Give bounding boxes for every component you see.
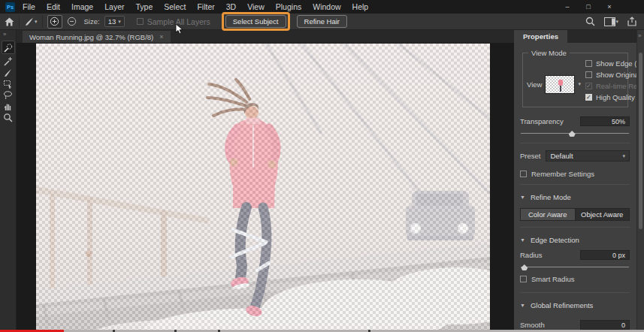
tool-quick-selection[interactable] <box>2 41 15 54</box>
panel-scroll-strip: » <box>636 30 644 332</box>
menu-type[interactable]: Type <box>135 2 153 11</box>
smart-radius-checkbox[interactable]: Smart Radius <box>520 275 630 283</box>
tool-refine-edge-brush[interactable] <box>2 56 15 67</box>
show-edge-label: Show Edge (J) <box>596 59 636 68</box>
menu-filter[interactable]: Filter <box>197 2 214 11</box>
chevron-down-icon: ▼ <box>520 195 525 200</box>
menu-bar: File Edit Image Layer Type Select Filter… <box>23 2 368 11</box>
view-label: View <box>527 80 542 89</box>
menu-3d[interactable]: 3D <box>226 2 236 11</box>
chevron-down-icon[interactable]: ▾ <box>578 81 581 87</box>
high-quality-preview-label: High Quality Preview <box>596 93 636 101</box>
separator <box>42 16 43 28</box>
photoshop-app-icon[interactable]: Ps <box>5 2 15 12</box>
transparency-slider[interactable] <box>521 130 629 137</box>
properties-panel: Properties View Mode View ▾ Show Edge (J… <box>514 30 636 332</box>
object-aware-button[interactable]: Object Aware <box>575 209 630 220</box>
collapse-panels-icon[interactable]: » <box>637 31 641 39</box>
edge-detection-label: Edge Detection <box>531 236 579 244</box>
high-quality-preview-checkbox[interactable]: ✓ High Quality Preview <box>585 93 636 101</box>
document-tab[interactable]: Woman Running.jpg @ 32.7% (RGB/8) × <box>23 31 171 43</box>
brush-size-value: 13 <box>108 17 116 26</box>
divider <box>520 292 630 293</box>
preset-dropdown[interactable]: Default ▾ <box>546 150 630 161</box>
separator <box>19 16 20 28</box>
view-mode-group: View Mode View ▾ Show Edge (J) Sh <box>522 53 628 107</box>
realtime-refinement-checkbox: ✓ Real-time Refinement <box>585 82 636 90</box>
select-subject-button[interactable]: Select Subject <box>225 15 286 28</box>
remember-settings-checkbox[interactable]: Remember Settings <box>520 170 630 178</box>
workspace-switcher-icon[interactable]: ▾ <box>604 17 618 26</box>
tool-hand[interactable] <box>2 101 15 112</box>
transparency-value[interactable]: 50% <box>580 116 630 126</box>
car <box>406 191 475 240</box>
select-and-mask-toolbar: » <box>0 30 17 332</box>
slider-thumb[interactable] <box>521 264 528 270</box>
close-button[interactable]: × <box>605 3 614 11</box>
menu-plugins[interactable]: Plugins <box>276 2 301 11</box>
tool-brush[interactable] <box>2 67 15 78</box>
minimize-button[interactable]: – <box>563 3 572 11</box>
global-refinements-section-header[interactable]: ▼ Global Refinements <box>520 301 630 309</box>
radius-slider[interactable] <box>521 264 629 270</box>
document-tab-title: Woman Running.jpg @ 32.7% (RGB/8) <box>29 33 153 41</box>
preset-label: Preset <box>520 152 540 160</box>
slider-thumb[interactable] <box>569 131 576 137</box>
brush-preset-icon[interactable]: ▾ <box>24 17 38 26</box>
image-preview <box>36 44 490 332</box>
close-tab-icon[interactable]: × <box>159 33 163 41</box>
menu-select[interactable]: Select <box>164 2 186 11</box>
chevron-down-icon: ▼ <box>520 303 525 308</box>
menu-edit[interactable]: Edit <box>47 2 60 11</box>
left-leg <box>240 207 246 279</box>
tab-properties[interactable]: Properties <box>514 30 567 43</box>
menu-view[interactable]: View <box>247 2 265 11</box>
pasteboard <box>17 43 514 332</box>
share-icon[interactable] <box>627 17 636 26</box>
smooth-label: Smooth <box>520 321 545 329</box>
collapse-toolbar-icon[interactable]: » <box>0 30 6 41</box>
home-icon[interactable] <box>5 17 14 26</box>
color-aware-button[interactable]: Color Aware <box>521 209 575 220</box>
menu-window[interactable]: Window <box>313 2 340 11</box>
document-canvas[interactable] <box>36 44 490 332</box>
menu-help[interactable]: Help <box>352 2 369 11</box>
view-mode-title: View Mode <box>528 49 570 57</box>
menu-image[interactable]: Image <box>71 2 93 11</box>
object-selection-icon <box>3 79 13 89</box>
sample-all-layers-checkbox[interactable]: Sample All Layers <box>137 17 210 26</box>
brush-size-dropdown[interactable]: 13 ▾ <box>104 16 125 27</box>
divider <box>520 184 630 185</box>
document-tab-bar: Woman Running.jpg @ 32.7% (RGB/8) × <box>17 30 514 43</box>
preset-row: Preset Default ▾ <box>520 150 630 161</box>
tool-lasso[interactable] <box>2 89 15 101</box>
refine-hair-button[interactable]: Refine Hair <box>297 15 348 28</box>
panel-scrollbar[interactable] <box>639 53 642 229</box>
menu-file[interactable]: File <box>23 2 35 11</box>
show-edge-checkbox[interactable]: Show Edge (J) <box>585 59 636 68</box>
subtract-from-selection-button[interactable] <box>67 17 77 26</box>
view-mode-thumbnail[interactable] <box>545 75 575 94</box>
refine-edge-brush-icon <box>3 56 13 66</box>
canvas-column: Woman Running.jpg @ 32.7% (RGB/8) × <box>17 30 514 332</box>
transparency-label: Transparency <box>520 117 564 125</box>
tool-zoom[interactable] <box>2 112 15 123</box>
refine-mode-section-header[interactable]: ▼ Refine Mode <box>520 193 630 201</box>
edge-detection-section-header[interactable]: ▼ Edge Detection <box>520 236 630 244</box>
add-to-selection-button[interactable] <box>47 15 62 29</box>
search-icon[interactable] <box>585 17 595 26</box>
radius-value[interactable]: 0 px <box>580 250 630 260</box>
smart-radius-label: Smart Radius <box>531 275 575 283</box>
tool-object-selection[interactable] <box>2 78 15 89</box>
hand-icon <box>3 101 13 111</box>
smooth-row: Smooth 0 <box>520 320 630 330</box>
maximize-button[interactable]: □ <box>584 3 593 11</box>
window-controls: – □ × <box>563 3 644 11</box>
mouse-cursor <box>175 23 183 36</box>
chevron-down-icon: ▼ <box>520 237 525 243</box>
checkbox-icon <box>585 60 592 67</box>
refine-mode-label: Refine Mode <box>531 193 571 201</box>
smooth-value[interactable]: 0 <box>580 320 630 330</box>
show-original-checkbox[interactable]: Show Original (P) <box>585 71 636 79</box>
menu-layer[interactable]: Layer <box>104 2 124 11</box>
